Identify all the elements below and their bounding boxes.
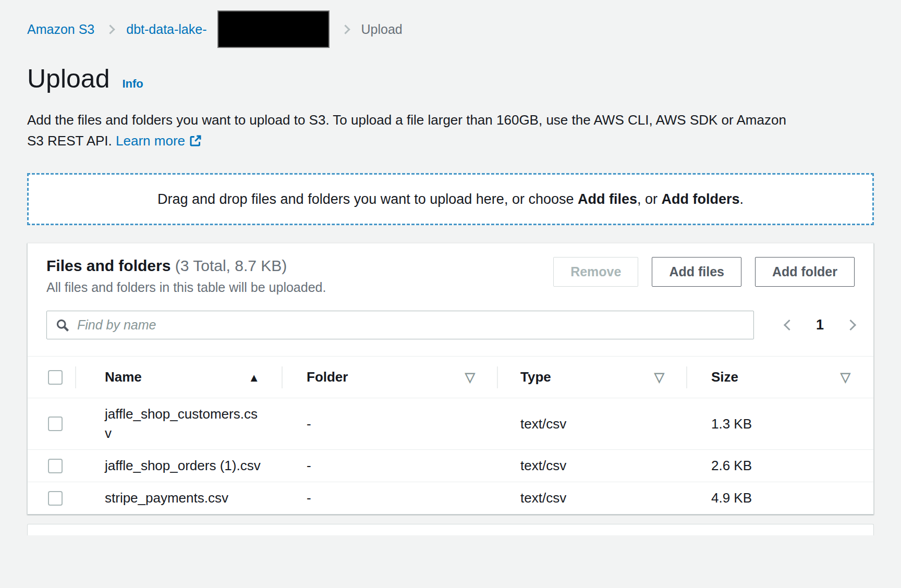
title-row: Upload Info: [27, 64, 874, 94]
search-row: 1: [28, 311, 873, 339]
next-section-panel: [27, 524, 874, 535]
files-and-folders-panel: Files and folders (3 Total, 8.7 KB) All …: [27, 243, 874, 514]
panel-title: Files and folders (3 Total, 8.7 KB): [46, 257, 326, 275]
dropzone-text: Drag and drop files and folders you want…: [157, 191, 744, 207]
panel-count: (3 Total, 8.7 KB): [175, 257, 287, 274]
column-header-folder[interactable]: Folder: [283, 357, 498, 398]
file-folder: -: [283, 398, 498, 450]
description-line2: S3 REST API.: [27, 133, 112, 149]
column-header-name[interactable]: Name: [76, 357, 283, 398]
breadcrumb-bucket[interactable]: dbt-data-lake-: [126, 22, 206, 37]
table-row: stripe_payments.csv - text/csv 4.9 KB: [28, 482, 873, 514]
file-folder: -: [283, 482, 498, 514]
table-row: jaffle_shop_orders (1).csv - text/csv 2.…: [28, 450, 873, 482]
file-type: text/csv: [498, 450, 687, 482]
sort-open-icon[interactable]: [654, 369, 664, 385]
page-description: Add the files and folders you want to up…: [27, 109, 874, 151]
row-checkbox[interactable]: [48, 416, 63, 431]
breadcrumb-amazon-s3[interactable]: Amazon S3: [27, 22, 94, 37]
file-type: text/csv: [498, 482, 687, 514]
sort-open-icon[interactable]: [465, 369, 475, 385]
file-size: 2.6 KB: [687, 450, 873, 482]
drag-and-drop-zone[interactable]: Drag and drop files and folders you want…: [27, 173, 874, 225]
sort-open-icon[interactable]: [841, 369, 850, 385]
remove-button[interactable]: Remove: [553, 257, 638, 287]
row-checkbox[interactable]: [48, 459, 63, 473]
file-size: 4.9 KB: [687, 482, 873, 514]
column-header-size[interactable]: Size: [687, 357, 873, 398]
panel-title-block: Files and folders (3 Total, 8.7 KB) All …: [46, 257, 326, 295]
file-type: text/csv: [498, 398, 687, 450]
breadcrumb: Amazon S3 dbt-data-lake- Upload: [27, 0, 874, 48]
panel-subtitle: All files and folders in this table will…: [46, 280, 326, 295]
breadcrumb-current: Upload: [361, 22, 403, 37]
search-icon: [55, 318, 70, 333]
select-all-checkbox[interactable]: [48, 370, 63, 385]
page-title: Upload: [27, 64, 109, 94]
description-line1: Add the files and folders you want to up…: [27, 112, 786, 128]
chevron-left-icon[interactable]: [784, 320, 795, 330]
pagination: 1: [762, 317, 855, 333]
learn-more-link[interactable]: Learn more: [116, 133, 185, 149]
select-all-header: [28, 357, 76, 398]
upload-page: Amazon S3 dbt-data-lake- Upload Upload I…: [0, 0, 901, 535]
file-name: jaffle_shop_customers.csv: [105, 405, 264, 443]
chevron-right-icon: [106, 24, 115, 34]
add-files-button[interactable]: Add files: [652, 257, 741, 287]
search-input[interactable]: [77, 317, 745, 333]
current-page-number[interactable]: 1: [816, 317, 824, 333]
table-row: jaffle_shop_customers.csv - text/csv 1.3…: [28, 398, 873, 450]
redacted-bucket-name: [217, 10, 330, 48]
info-link[interactable]: Info: [122, 77, 143, 91]
panel-actions: Remove Add files Add folder: [553, 257, 855, 287]
search-box: [46, 311, 754, 339]
file-size: 1.3 KB: [687, 398, 873, 450]
file-folder: -: [283, 450, 498, 482]
add-folder-button[interactable]: Add folder: [755, 257, 855, 287]
table-header-row: Name Folder Type Size: [28, 357, 873, 398]
chevron-right-icon[interactable]: [845, 320, 856, 330]
sort-ascending-icon[interactable]: [248, 369, 260, 385]
file-name: stripe_payments.csv: [105, 488, 264, 508]
column-header-type[interactable]: Type: [498, 357, 687, 398]
files-table: Name Folder Type Size jaffle_shop_: [28, 356, 873, 514]
external-link-icon: [189, 134, 202, 147]
file-name: jaffle_shop_orders (1).csv: [105, 456, 264, 475]
row-checkbox[interactable]: [48, 491, 63, 506]
chevron-right-icon: [340, 24, 350, 34]
panel-header: Files and folders (3 Total, 8.7 KB) All …: [28, 243, 873, 295]
